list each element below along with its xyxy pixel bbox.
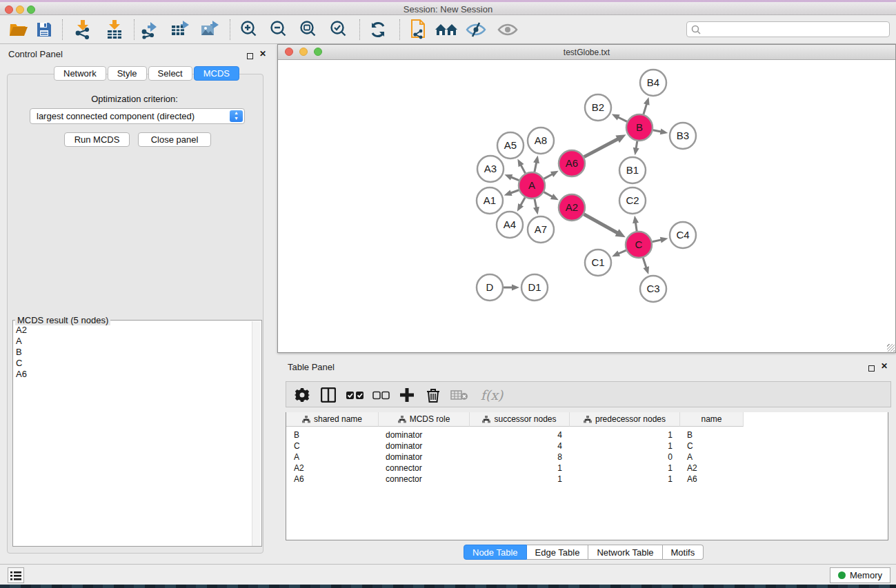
graph-node-A6[interactable]: A6 (559, 150, 585, 176)
column-header-predecessor-nodes[interactable]: predecessor nodes (570, 412, 680, 427)
graph-node-D1[interactable]: D1 (521, 274, 548, 301)
graph-edge-A-A1[interactable] (504, 190, 519, 196)
cell[interactable]: 1 (604, 440, 673, 452)
graph-node-B3[interactable]: B3 (670, 123, 696, 149)
cell[interactable]: A6 (294, 474, 304, 485)
import-network-icon[interactable] (70, 19, 95, 41)
graph-node-C3[interactable]: C3 (640, 276, 666, 302)
graph-node-B2[interactable]: B2 (585, 94, 611, 121)
cell[interactable]: dominator (386, 440, 422, 452)
save-icon[interactable] (32, 19, 57, 41)
delete-column-icon[interactable] (423, 385, 444, 405)
clear-checkboxes-icon[interactable] (370, 385, 391, 405)
graph-edge-C-C4[interactable] (653, 237, 668, 243)
export-table-icon[interactable] (168, 19, 192, 41)
graph-node-A1[interactable]: A1 (477, 187, 503, 214)
mcds-result-list[interactable]: A2ABCA6 (16, 325, 27, 380)
graph-edge-C-C1[interactable] (612, 250, 626, 256)
graph-edge-A-A3[interactable] (504, 174, 519, 180)
tab-style[interactable]: Style (108, 66, 147, 81)
graph-edge-B-B1[interactable] (633, 141, 639, 156)
task-history-button[interactable] (8, 567, 24, 583)
table-panel-float-button[interactable] (868, 362, 875, 374)
show-details-icon[interactable] (495, 19, 520, 41)
network-canvas[interactable]: B4B2BB3A5A8A6A3B1AA1C2A2A4A7C4CC1C3DD1 (278, 60, 895, 352)
graph-edge-A-A4[interactable] (517, 197, 525, 211)
search-input[interactable] (686, 21, 890, 37)
graph-node-B[interactable]: B (626, 114, 653, 141)
zoom-in-icon[interactable] (237, 19, 261, 41)
add-column-icon[interactable] (397, 385, 417, 405)
import-table-icon[interactable] (102, 19, 127, 41)
graph-edge-B-B3[interactable] (653, 128, 668, 134)
export-image-icon[interactable] (197, 19, 222, 41)
graph-node-C4[interactable]: C4 (670, 222, 696, 248)
control-panel-float-button[interactable] (247, 50, 253, 62)
graph-node-D[interactable]: D (477, 274, 503, 301)
graph-edge-A-A6[interactable] (544, 171, 559, 179)
mcds-result-item[interactable]: C (16, 358, 27, 369)
graph-edge-B-B2[interactable] (612, 114, 627, 122)
graph-edge-D-D1[interactable] (504, 285, 519, 291)
cell[interactable]: 1 (493, 474, 562, 485)
network-resize-handle[interactable] (887, 344, 895, 352)
cell[interactable]: connector (386, 463, 422, 474)
export-network-icon[interactable] (138, 19, 163, 41)
cell[interactable]: B (687, 429, 693, 440)
cell[interactable]: A6 (687, 474, 697, 485)
graph-edge-A-A7[interactable] (533, 199, 539, 215)
cell[interactable]: dominator (386, 452, 422, 463)
graph-node-A5[interactable]: A5 (497, 132, 524, 159)
cell[interactable]: C (687, 440, 693, 452)
run-mcds-button[interactable]: Run MCDS (64, 132, 130, 147)
tab-edge-table[interactable]: Edge Table (527, 545, 589, 560)
split-columns-icon[interactable] (318, 385, 339, 405)
tab-network-table[interactable]: Network Table (588, 545, 662, 560)
network-window-titlebar[interactable]: testGlobe.txt (278, 45, 895, 60)
mcds-result-item[interactable]: B (16, 347, 27, 358)
cell[interactable]: 8 (493, 452, 562, 463)
tab-select[interactable]: Select (148, 66, 192, 81)
tab-mcds[interactable]: MCDS (194, 66, 239, 81)
graph-node-C[interactable]: C (626, 232, 652, 258)
mcds-result-item[interactable]: A (16, 336, 27, 347)
graph-node-A3[interactable]: A3 (477, 156, 504, 182)
memory-button[interactable]: Memory (830, 567, 890, 583)
cell[interactable]: 0 (604, 452, 673, 463)
criterion-dropdown[interactable]: largest connected component (directed) ▲… (30, 108, 245, 124)
tab-network[interactable]: Network (54, 66, 106, 81)
mcds-result-item[interactable]: A6 (16, 369, 27, 380)
table-panel-close-button[interactable]: ✕ (881, 361, 888, 371)
graph-node-A4[interactable]: A4 (497, 212, 523, 238)
graph-edge-A6-B[interactable] (584, 134, 626, 156)
cell[interactable]: 1 (493, 463, 562, 474)
gear-icon[interactable] (292, 385, 312, 405)
graph-node-B4[interactable]: B4 (640, 70, 666, 96)
graph-node-B1[interactable]: B1 (619, 157, 646, 183)
graph-edge-C-C3[interactable] (643, 258, 649, 274)
graph-node-A7[interactable]: A7 (528, 216, 554, 243)
graph-edge-C-C2[interactable] (633, 216, 639, 231)
hide-details-icon[interactable] (464, 19, 488, 41)
tab-node-table[interactable]: Node Table (464, 545, 527, 560)
cell[interactable]: A2 (687, 463, 697, 474)
home-networks-icon[interactable] (434, 19, 459, 41)
graph-edge-A2-C[interactable] (584, 214, 625, 238)
graph-node-A2[interactable]: A2 (559, 194, 585, 221)
open-folder-icon[interactable] (6, 19, 31, 41)
cell[interactable]: C (294, 440, 300, 452)
new-network-from-file-icon[interactable] (406, 19, 430, 41)
graph-edge-A-A8[interactable] (533, 156, 539, 172)
column-header-shared-name[interactable]: shared name (286, 412, 379, 427)
cell[interactable]: A (294, 452, 299, 463)
cell[interactable]: 1 (604, 429, 673, 440)
graph-node-C1[interactable]: C1 (585, 250, 611, 276)
cell[interactable]: A (687, 452, 693, 463)
column-header-name[interactable]: name (680, 412, 744, 427)
cell[interactable]: 1 (604, 474, 673, 485)
tab-motifs[interactable]: Motifs (663, 545, 704, 560)
zoom-selected-icon[interactable] (326, 19, 351, 41)
graph-edge-A-A2[interactable] (544, 192, 559, 201)
column-header-mcds-role[interactable]: MCDS role (379, 412, 470, 427)
graph-node-C2[interactable]: C2 (619, 187, 646, 214)
